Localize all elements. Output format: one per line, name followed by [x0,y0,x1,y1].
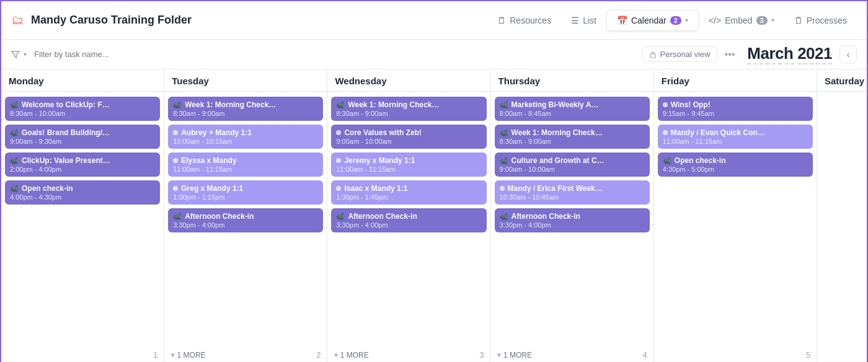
event-card[interactable]: 📹Afternoon Check-in3:30pm - 4:00pm [331,208,486,232]
processes-icon: 🗒 [794,15,803,25]
personal-view-button[interactable]: Personal view [642,46,717,62]
event-card[interactable]: 📹Week 1: Morning Check…8:30am - 9:00am [168,97,323,121]
camera-icon: 📹 [500,157,508,165]
day-body-tuesday: 📹Week 1: Morning Check…8:30am - 9:00amAu… [164,92,327,347]
calendar-icon: 📅 [617,15,627,25]
event-title: 📹Marketing Bi-Weekly A… [500,100,645,109]
event-time: 4:30pm - 5:00pm [663,166,808,173]
event-title-text: Week 1: Morning Check… [512,128,603,137]
event-title: Isaac x Mandy 1:1 [336,184,481,193]
tab-resources[interactable]: 🗒 Resources [487,11,561,30]
event-title-text: Week 1: Morning Check… [348,100,439,109]
more-options-button[interactable]: ••• [725,49,735,60]
filter-input[interactable] [34,50,138,59]
folder-title: Mandy Caruso Training Folder [31,14,192,27]
event-card[interactable]: Wins! Opp!9:15am - 9:45am [658,97,813,121]
resources-icon: 🗒 [497,15,506,25]
calendar-chevron[interactable]: ▾ [685,17,688,24]
more-events-link[interactable]: + 1 MORE [170,351,205,360]
event-card[interactable]: Mandy / Evan Quick Con…11:00am - 11:15am [658,125,813,149]
event-title-text: Elyssa x Mandy [181,156,236,165]
more-events-link[interactable]: + 1 MORE [497,351,532,360]
event-card[interactable]: 📹Afternoon Check-in3:30pm - 4:00pm [495,208,650,232]
tab-list[interactable]: ☰ List [561,11,606,30]
event-title: Greg x Mandy 1:1 [173,184,318,193]
event-time: 9:00am - 10:00am [336,138,481,145]
event-title-text: Goals! Brand Building/… [22,128,110,137]
filter-chevron: ▾ [24,51,27,58]
dot-icon [663,130,668,135]
event-card[interactable]: Aubrey + Mandy 1:110:00am - 10:15am [168,125,323,149]
camera-icon: 📹 [10,129,19,137]
embed-badge: 3 [756,16,768,25]
embed-chevron[interactable]: ▾ [771,17,774,24]
event-time: 8:30am - 9:00am [173,110,318,117]
tab-calendar[interactable]: 📅 Calendar 2 ▾ [606,10,699,31]
day-body-saturday [817,92,867,356]
camera-icon: 📹 [336,101,345,109]
camera-icon: 📹 [173,101,182,109]
event-card[interactable]: 📹Marketing Bi-Weekly A…8:00am - 8:45am [495,97,650,121]
event-card[interactable]: 📹Afternoon Check-in3:30pm - 4:00pm [168,208,323,232]
camera-icon: 📹 [500,101,508,109]
event-card[interactable]: 📹Welcome to ClickUp: F…8:30am - 10:00am [5,97,160,121]
embed-icon: </> [709,15,721,25]
event-title-text: Mandy / Evan Quick Con… [671,128,765,137]
event-time: 8:30am - 9:00am [500,138,645,145]
event-title: 📹Culture and Growth at C… [500,156,645,165]
dot-icon [336,158,341,163]
event-card[interactable]: Elyssa x Mandy11:00am - 11:15am [168,152,323,177]
day-body-thursday: 📹Marketing Bi-Weekly A…8:00am - 8:45am📹W… [491,92,653,347]
day-footer: + 1 MORE2 [164,347,327,362]
day-number: 3 [479,350,484,360]
dot-icon [173,130,178,135]
event-time: 9:00am - 9:30am [10,138,155,145]
event-title: 📹Afternoon Check-in [173,212,318,221]
event-card[interactable]: 📹Open check-in4:00pm - 4:30pm [5,180,160,205]
list-icon: ☰ [571,15,579,25]
event-card[interactable]: 📹Week 1: Morning Check…8:30am - 9:00am [331,97,486,121]
event-title: Aubrey + Mandy 1:1 [173,128,318,137]
event-card[interactable]: Jeremy x Mandy 1:111:00am - 11:15am [331,152,486,177]
event-title: Core Values with Zeb! [336,128,481,137]
dot-icon [500,186,505,191]
day-number: 4 [643,350,647,360]
day-footer: + 1 MORE4 [491,347,653,362]
calendar-badge: 2 [670,16,681,25]
event-card[interactable]: Mandy / Erica First Week…10:30am - 10:45… [495,180,650,205]
event-title: 📹Open check-in [663,156,808,165]
svg-rect-0 [650,54,655,58]
event-card[interactable]: 📹Culture and Growth at C…9:00am - 10:00a… [495,152,650,177]
event-time: 10:30am - 10:45am [500,193,645,201]
tab-resources-label: Resources [510,15,551,25]
event-title-text: Welcome to ClickUp: F… [22,100,110,109]
event-card[interactable]: 📹Open check-in4:30pm - 5:00pm [658,152,813,177]
event-time: 8:30am - 10:00am [10,110,155,117]
event-card[interactable]: 📹ClickUp: Value Present…2:00pm - 4:00pm [5,152,160,177]
event-card[interactable]: Greg x Mandy 1:11:00pm - 1:15pm [168,180,323,205]
event-title: 📹Afternoon Check-in [500,212,645,221]
event-title: Wins! Opp! [663,100,808,109]
camera-icon: 📹 [663,157,671,165]
event-title: 📹Week 1: Morning Check… [336,100,481,109]
event-title-text: Open check-in [675,156,726,165]
day-footer: + 1 MORE3 [327,347,490,362]
day-col-saturday: Saturday [817,69,867,362]
more-events-link[interactable]: + 1 MORE [334,351,368,360]
filter-button[interactable]: ▾ [11,50,27,59]
event-card[interactable]: Isaac x Mandy 1:11:30pm - 1:45pm [331,180,486,205]
day-header-thursday: Thursday [491,69,653,92]
event-card[interactable]: 📹Goals! Brand Building/…9:00am - 9:30am [5,125,160,149]
camera-icon: 📹 [336,213,345,221]
event-title-text: ClickUp: Value Present… [22,156,110,165]
day-number: 5 [806,350,810,360]
tab-processes[interactable]: 🗒 Processes [784,11,857,30]
toolbar: ▾ Personal view ••• March 2021 ‹ [1,40,867,69]
event-time: 8:00am - 8:45am [500,110,645,117]
event-card[interactable]: Core Values with Zeb!9:00am - 10:00am [331,125,486,149]
event-card[interactable]: 📹Week 1: Morning Check…8:30am - 9:00am [495,125,650,149]
tab-embed[interactable]: </> Embed 3 ▾ [699,11,784,30]
event-title: 📹ClickUp: Value Present… [10,156,155,165]
prev-month-button[interactable]: ‹ [839,46,857,63]
event-time: 2:00pm - 4:00pm [10,166,155,173]
